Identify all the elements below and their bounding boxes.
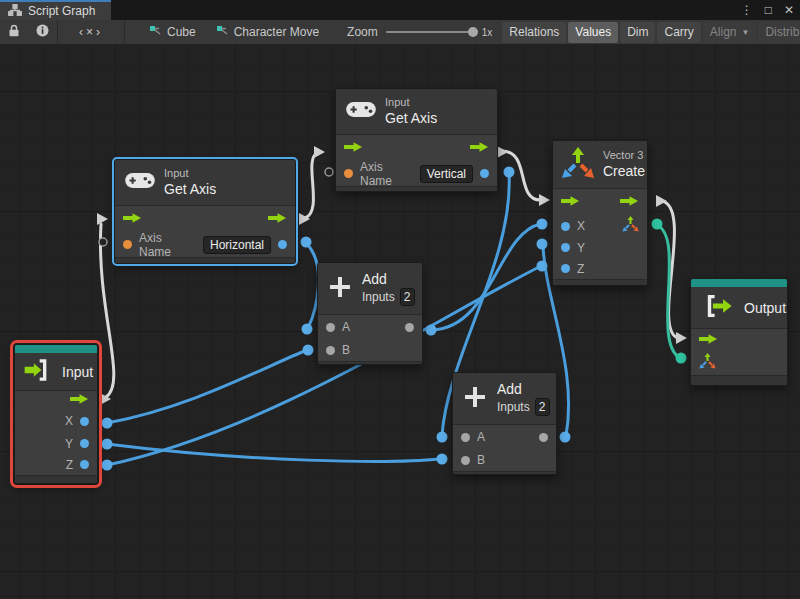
info-icon bbox=[36, 24, 49, 40]
tab-script-graph[interactable]: Script Graph bbox=[0, 0, 111, 20]
node-footer bbox=[691, 375, 787, 385]
unit-title-bar bbox=[15, 345, 97, 353]
x-out-port-dot[interactable] bbox=[80, 417, 89, 426]
zoom-label: Zoom bbox=[347, 25, 378, 39]
zoom-value: 1x bbox=[482, 27, 493, 38]
node-footer bbox=[453, 471, 556, 474]
node-get-axis-horizontal[interactable]: Input Get Axis Axis Name Horizontal bbox=[114, 159, 296, 264]
align-dropdown[interactable]: Align▼ bbox=[703, 22, 757, 43]
flow-out-arrow-icon[interactable] bbox=[268, 210, 287, 228]
node-footer bbox=[15, 475, 97, 483]
node-add-2[interactable]: Add Inputs 2 A B bbox=[452, 372, 557, 475]
input-bracket-arrow-icon bbox=[23, 359, 53, 385]
values-button[interactable]: Values bbox=[568, 22, 618, 43]
window-close-icon[interactable]: ✕ bbox=[784, 3, 794, 17]
tab-bar: Script Graph ⋮ □ ✕ bbox=[0, 0, 800, 20]
vector3-in-port-icon[interactable] bbox=[699, 353, 716, 373]
inputs-count-field[interactable]: 2 bbox=[400, 288, 415, 306]
axis-name-field[interactable]: Horizontal bbox=[203, 236, 271, 254]
graph-node-icon bbox=[149, 25, 162, 39]
node-output[interactable]: Output bbox=[690, 278, 788, 386]
flow-out-arrow-icon[interactable] bbox=[70, 391, 89, 409]
lock-button[interactable] bbox=[0, 20, 28, 45]
vector3-icon bbox=[561, 147, 595, 183]
flow-in-arrow-icon[interactable] bbox=[699, 331, 718, 349]
value-in-port-dot[interactable] bbox=[326, 323, 335, 332]
carry-button[interactable]: Carry bbox=[657, 22, 700, 43]
sum-out-port-dot[interactable] bbox=[539, 433, 548, 442]
flow-out-arrow-icon[interactable] bbox=[620, 193, 639, 211]
node-footer bbox=[553, 279, 647, 285]
plus-icon bbox=[463, 385, 487, 413]
code-brackets-icon: ‹×› bbox=[79, 25, 103, 39]
graph-hierarchy-icon bbox=[8, 4, 22, 19]
node-footer bbox=[336, 186, 497, 191]
node-get-axis-vertical[interactable]: Input Get Axis Axis Name Vertical bbox=[335, 88, 498, 192]
tab-title: Script Graph bbox=[28, 4, 95, 18]
flow-out-arrow-icon[interactable] bbox=[470, 139, 489, 157]
node-add-1[interactable]: Add Inputs 2 A B bbox=[317, 262, 423, 365]
relations-button[interactable]: Relations bbox=[502, 22, 566, 43]
output-bracket-arrow-icon bbox=[701, 294, 735, 322]
sum-out-port-dot[interactable] bbox=[405, 323, 414, 332]
inputs-count-field[interactable]: 2 bbox=[535, 398, 550, 416]
flow-in-arrow-icon[interactable] bbox=[123, 210, 142, 228]
z-out-port-dot[interactable] bbox=[80, 460, 89, 469]
z-in-port-dot[interactable] bbox=[561, 264, 570, 273]
toolbar-separator bbox=[124, 20, 125, 45]
breadcrumb-character-move[interactable]: Character Move bbox=[206, 25, 329, 39]
value-in-port-dot[interactable] bbox=[326, 346, 335, 355]
zoom-slider[interactable] bbox=[386, 31, 474, 33]
window-maximize-icon[interactable]: □ bbox=[765, 3, 772, 17]
node-input[interactable]: Input X Y Z bbox=[14, 344, 98, 484]
zoom-slider-knob[interactable] bbox=[468, 27, 478, 37]
info-button[interactable] bbox=[28, 20, 57, 45]
flow-in-arrow-icon[interactable] bbox=[344, 139, 363, 157]
node-footer bbox=[318, 361, 422, 364]
gamepad-icon bbox=[125, 171, 155, 194]
vector3-out-port-icon[interactable] bbox=[622, 216, 639, 236]
flow-in-arrow-icon[interactable] bbox=[561, 193, 580, 211]
value-in-port-dot[interactable] bbox=[461, 456, 470, 465]
gamepad-icon bbox=[346, 100, 376, 123]
node-footer bbox=[115, 257, 295, 263]
window-menu-icon[interactable]: ⋮ bbox=[741, 3, 753, 17]
distribute-dropdown[interactable]: Distribute▼ bbox=[758, 22, 800, 43]
plus-icon bbox=[328, 275, 352, 303]
graph-node-icon bbox=[216, 25, 229, 39]
string-port-dot[interactable] bbox=[123, 240, 132, 249]
value-in-port-dot[interactable] bbox=[461, 433, 470, 442]
unit-title-bar bbox=[691, 279, 787, 287]
script-graph-window: Script Graph ⋮ □ ✕ ‹×› bbox=[0, 0, 800, 599]
axis-name-field[interactable]: Vertical bbox=[420, 165, 473, 183]
y-out-port-dot[interactable] bbox=[80, 439, 89, 448]
chevron-down-icon: ▼ bbox=[742, 28, 750, 37]
edit-graph-button[interactable]: ‹×› bbox=[58, 20, 124, 45]
dim-button[interactable]: Dim bbox=[620, 22, 655, 43]
float-out-port-dot[interactable] bbox=[480, 169, 489, 178]
graph-toolbar: ‹×› Cube Character Move Zoom 1x Relati bbox=[0, 20, 800, 45]
y-in-port-dot[interactable] bbox=[561, 243, 570, 252]
breadcrumb-cube[interactable]: Cube bbox=[139, 25, 206, 39]
lock-icon bbox=[8, 24, 20, 40]
node-vector3-create[interactable]: Vector 3 Create X Y Z bbox=[552, 140, 648, 286]
float-out-port-dot[interactable] bbox=[278, 240, 287, 249]
x-in-port-dot[interactable] bbox=[561, 222, 570, 231]
string-port-dot[interactable] bbox=[344, 169, 353, 178]
